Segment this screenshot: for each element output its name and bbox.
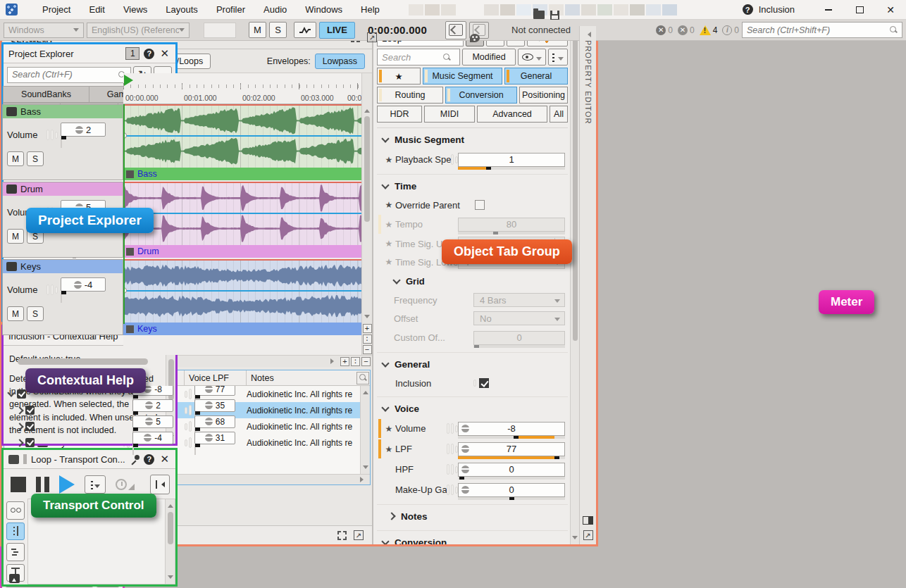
volume-envelope-line[interactable]	[123, 290, 361, 292]
property-inclusion[interactable]: Inclusion	[377, 374, 568, 392]
chip-conversion[interactable]: Conversion	[445, 87, 517, 104]
zoom-in-vertical-button[interactable]: +	[363, 324, 372, 333]
menu-views[interactable]: Views	[114, 0, 156, 20]
column-notes[interactable]: Notes	[247, 370, 356, 385]
star-icon[interactable]: ★	[383, 239, 395, 249]
popout-view-icon[interactable]: ↗	[354, 530, 364, 540]
table-vertical-scrollbar[interactable]	[360, 386, 370, 474]
open-folder-icon[interactable]	[533, 11, 545, 19]
notes-cell[interactable]: Audiokinetic Inc. All rights re	[247, 406, 360, 415]
track-header-keys[interactable]: Keys Volume -4 M	[2, 259, 123, 335]
tab-soundbanks[interactable]: SoundBanks	[3, 86, 89, 103]
menu-help[interactable]: Help	[352, 0, 389, 20]
section-time[interactable]: Time	[377, 176, 568, 196]
menu-audio[interactable]: Audio	[254, 0, 296, 20]
global-search[interactable]	[742, 22, 902, 38]
menu-project[interactable]: Project	[33, 0, 80, 20]
warning-counter[interactable]: 4	[700, 25, 718, 35]
zoom-fit-button[interactable]: ∶	[351, 357, 360, 366]
makeup-gain-value[interactable]: 0	[458, 483, 565, 497]
chip-music-segment[interactable]: Music Segment	[423, 68, 502, 85]
menu-windows[interactable]: Windows	[296, 0, 352, 20]
volume-control[interactable]: -4	[132, 432, 173, 454]
star-icon[interactable]: ★	[383, 257, 395, 267]
column-voice-lpf[interactable]: Voice LPF	[185, 370, 247, 385]
info-counter[interactable]: i0	[722, 25, 739, 35]
section-conversion[interactable]: Conversion	[377, 532, 568, 544]
checkbox[interactable]	[479, 378, 489, 388]
volume-envelope-line[interactable]	[123, 135, 361, 137]
property-override-parent[interactable]: ★ Override Parent	[377, 196, 568, 214]
close-button[interactable]: ✕	[875, 1, 906, 19]
volume-value[interactable]: -8	[458, 422, 565, 436]
live-button[interactable]: LIVE	[319, 22, 355, 39]
chip-routing[interactable]: Routing	[377, 87, 443, 104]
clip-handle-icon[interactable]	[126, 170, 134, 178]
solo-button[interactable]: S	[27, 306, 44, 321]
checkbox[interactable]	[25, 422, 35, 431]
stop-button[interactable]	[11, 477, 26, 492]
game-parameter-graph-button[interactable]	[294, 22, 316, 38]
notes-cell[interactable]: Audiokinetic Inc. All rights re	[247, 422, 360, 432]
explorer-search-input[interactable]	[8, 70, 118, 80]
pause-button[interactable]	[36, 477, 49, 492]
timeline-ruler[interactable]: 00:00.000 00:01.000 00:02.000 00:03.000 …	[123, 73, 361, 104]
menu-edit[interactable]: Edit	[80, 0, 113, 20]
solo-button[interactable]: S	[27, 151, 44, 166]
split-view-icon[interactable]	[583, 516, 593, 525]
solo-button[interactable]: S	[269, 22, 287, 38]
zoom-out-button[interactable]: −	[361, 357, 371, 366]
blocked-counter[interactable]: ✕0	[678, 25, 695, 35]
pin-icon[interactable]	[131, 455, 139, 463]
track-volume-control[interactable]: -4	[61, 277, 106, 302]
property-tempo[interactable]: ★ Tempo 80	[377, 214, 568, 234]
error-counter[interactable]: ✕0	[656, 25, 673, 35]
property-search-input[interactable]	[382, 52, 442, 63]
checkbox[interactable]	[25, 406, 35, 415]
chip-advanced[interactable]: Advanced	[477, 106, 547, 123]
popout-view-icon[interactable]: ↗	[583, 530, 593, 540]
playback-speed-value[interactable]: 1	[458, 153, 565, 167]
visibility-button[interactable]	[518, 49, 546, 65]
checkbox[interactable]	[17, 389, 26, 399]
chip-general[interactable]: General	[504, 68, 568, 85]
chip-midi[interactable]: MIDI	[424, 106, 475, 123]
property-grid-frequency[interactable]: Frequency 4 Bars	[377, 291, 568, 309]
transport-options-button[interactable]	[85, 475, 106, 494]
notes-cell[interactable]: Audiokinetic Inc. All rights re	[247, 389, 360, 399]
zoom-in-button[interactable]: +	[340, 357, 349, 366]
clip-drum[interactable]: Drum	[123, 182, 361, 258]
track-volume-control[interactable]: 2	[61, 123, 106, 147]
transport-vertical-scrollbar[interactable]	[165, 499, 175, 584]
track-header-bass[interactable]: Bass Volume 2 M	[2, 104, 123, 180]
checkbox[interactable]	[475, 200, 485, 210]
star-icon[interactable]: ★	[383, 424, 395, 434]
menu-layouts[interactable]: Layouts	[156, 0, 207, 20]
section-grid[interactable]: Grid	[377, 271, 568, 291]
minimize-button[interactable]	[813, 1, 844, 19]
star-icon[interactable]: ★	[383, 200, 395, 210]
lpf-control[interactable]: 31	[194, 432, 235, 454]
section-general[interactable]: General	[377, 354, 568, 374]
envelope-lowpass-button[interactable]: Lowpass	[315, 54, 365, 69]
save-icon[interactable]	[550, 11, 559, 20]
layout-number-badge[interactable]: 1	[125, 47, 139, 60]
property-grid-custom-offset[interactable]: Custom Of... 0	[377, 327, 568, 348]
collapse-icon[interactable]	[585, 32, 591, 37]
global-search-input[interactable]	[743, 25, 889, 35]
chip-hdr[interactable]: HDR	[377, 106, 422, 123]
property-volume[interactable]: ★ Volume -8	[377, 418, 568, 439]
platform-dropdown[interactable]: Windows	[4, 23, 84, 38]
property-vertical-scrollbar[interactable]	[570, 26, 579, 544]
chip-all[interactable]: All	[550, 106, 568, 123]
star-icon[interactable]: ★	[383, 444, 395, 454]
play-button[interactable]	[59, 475, 75, 494]
states-display-button[interactable]	[6, 543, 25, 561]
close-icon[interactable]: ✕	[159, 47, 170, 60]
menu-profiler[interactable]: Profiler	[207, 0, 254, 20]
mute-button[interactable]: M	[7, 229, 24, 244]
more-options-button[interactable]	[548, 49, 568, 65]
clip-handle-icon[interactable]	[126, 248, 134, 256]
mute-button[interactable]: M	[7, 306, 24, 321]
property-lpf[interactable]: ★ LPF 77	[377, 439, 568, 459]
